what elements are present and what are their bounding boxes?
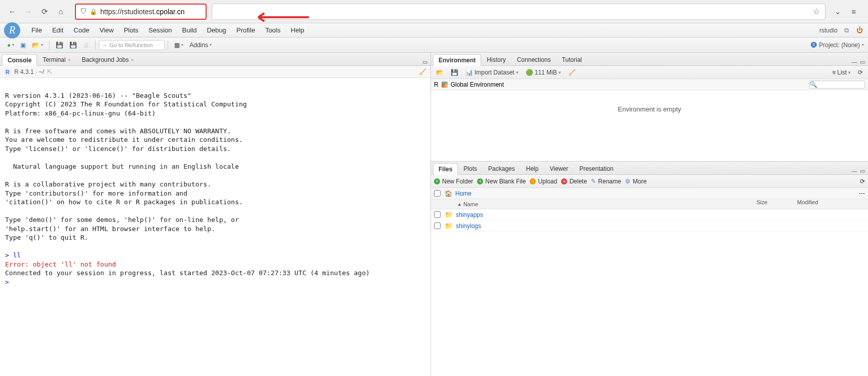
env-search-input[interactable]: 🔍 xyxy=(809,81,865,89)
tab-presentation[interactable]: Presentation xyxy=(574,163,619,174)
home-button[interactable]: ⌂ xyxy=(54,5,68,19)
menu-build[interactable]: Build xyxy=(177,26,202,34)
save-workspace-button[interactable]: 💾 xyxy=(449,68,460,77)
reload-button[interactable]: ⟳ xyxy=(37,5,52,19)
file-checkbox[interactable] xyxy=(434,222,441,229)
popout-console-icon[interactable]: ⇱ xyxy=(47,68,52,76)
more-button[interactable]: ⚙ More xyxy=(625,178,646,185)
delete-button[interactable]: × Delete xyxy=(561,178,587,185)
workspace-panes-button[interactable]: ▦ ▾ xyxy=(171,41,186,50)
minimize-pane-icon[interactable]: ▭ xyxy=(421,58,428,65)
tab-viewer[interactable]: Viewer xyxy=(544,163,573,174)
select-all-checkbox[interactable] xyxy=(434,190,441,197)
close-tab-icon[interactable]: × xyxy=(131,57,134,63)
maximize-files-icon[interactable]: ▭ xyxy=(859,167,866,174)
view-list-button[interactable]: ≡ List xyxy=(830,68,853,77)
files-header: ▲ Name Size Modified xyxy=(431,199,868,209)
save-all-button[interactable]: 💾 xyxy=(66,41,80,50)
menu-file[interactable]: File xyxy=(26,26,47,34)
env-toolbar: 📂 💾 📊 Import Dataset 🟢 111 MiB 🧹 ≡ List … xyxy=(431,66,868,79)
hamburger-menu-icon[interactable]: ≡ xyxy=(847,5,861,19)
power-icon[interactable]: ⏻ xyxy=(855,26,864,35)
load-workspace-button[interactable]: 📂 xyxy=(434,68,446,77)
tab-plots[interactable]: Plots xyxy=(458,163,483,174)
browser-chrome: ← → ⟳ ⌂ ⛉ 🔒 https://rstudiotest.cpolar.c… xyxy=(0,0,868,23)
folder-icon: 📁 xyxy=(445,222,453,230)
tab-connections[interactable]: Connections xyxy=(511,54,557,65)
minimize-files-icon[interactable]: — xyxy=(851,167,858,174)
back-button[interactable]: ← xyxy=(5,5,19,19)
refresh-files-icon[interactable]: ⟳ xyxy=(860,178,865,185)
home-link[interactable]: Home xyxy=(455,190,471,197)
pocket-icon[interactable]: ⌄ xyxy=(831,5,845,19)
menu-code[interactable]: Code xyxy=(68,26,94,34)
env-language-select[interactable]: R xyxy=(434,81,439,88)
env-scope-select[interactable]: Global Environment xyxy=(451,81,504,88)
col-size[interactable]: Size xyxy=(757,199,767,205)
col-name[interactable]: Name xyxy=(463,201,478,207)
rename-button[interactable]: ✎ Rename xyxy=(591,178,621,185)
menu-profile[interactable]: Profile xyxy=(231,26,260,34)
refresh-env-icon[interactable]: ⟳ xyxy=(856,68,865,77)
folder-icon: 📁 xyxy=(445,211,453,218)
files-list: 📁shinyapps📁shinylogs xyxy=(431,209,868,376)
new-file-button[interactable]: ●▾ xyxy=(4,41,17,50)
file-checkbox[interactable] xyxy=(434,211,441,218)
tab-console[interactable]: Console xyxy=(2,54,37,66)
console-body[interactable]: R version 4.3.1 (2023-06-16) -- "Beagle … xyxy=(0,78,430,376)
addins-button[interactable]: Addins ▾ xyxy=(186,41,215,50)
bookmark-star-icon[interactable]: ☆ xyxy=(813,7,820,16)
r-logo: R xyxy=(4,22,20,39)
tab-terminal[interactable]: Terminal× xyxy=(37,54,76,65)
tab-background-jobs[interactable]: Background Jobs× xyxy=(76,54,140,65)
tab-tutorial[interactable]: Tutorial xyxy=(556,54,587,65)
env-tab-bar: EnvironmentHistoryConnectionsTutorial — … xyxy=(431,53,868,66)
files-breadcrumb: 🏠 Home ⋯ xyxy=(431,188,868,199)
console-path-label: R 4.3.1 · ~/ xyxy=(14,68,44,76)
clear-objects-button[interactable]: 🧹 xyxy=(566,68,578,77)
url-bar[interactable]: ⛉ 🔒 https://rstudiotest.cpolar.cn xyxy=(75,4,207,20)
path-more-icon[interactable]: ⋯ xyxy=(859,190,865,197)
maximize-env-icon[interactable]: ▭ xyxy=(859,58,866,65)
open-file-button[interactable]: 📂▾ xyxy=(29,41,46,50)
console-tab-bar: ConsoleTerminal×Background Jobs× ▭ xyxy=(0,53,430,66)
goto-file-input[interactable]: Go to file/function xyxy=(99,40,165,50)
menu-edit[interactable]: Edit xyxy=(47,26,68,34)
save-button[interactable]: 💾 xyxy=(53,41,66,50)
project-label[interactable]: Project: (None) xyxy=(819,42,860,49)
home-icon[interactable]: 🏠 xyxy=(445,190,452,197)
files-toolbar: + New Folder + New Blank File ↑ Upload ×… xyxy=(431,175,868,188)
new-blank-file-button[interactable]: + New Blank File xyxy=(477,178,526,185)
tab-help[interactable]: Help xyxy=(521,163,544,174)
url-bar-extended[interactable]: ☆ xyxy=(212,4,825,20)
upload-button[interactable]: ↑ Upload xyxy=(530,178,557,185)
file-row[interactable]: 📁shinyapps xyxy=(431,209,868,220)
new-folder-button[interactable]: + New Folder xyxy=(434,178,473,185)
menu-session[interactable]: Session xyxy=(143,26,177,34)
url-text: https://rstudiotest.cpolar.cn xyxy=(100,8,185,16)
import-dataset-button[interactable]: 📊 Import Dataset xyxy=(463,68,521,77)
rstudio-menubar: R FileEditCodeViewPlotsSessionBuildDebug… xyxy=(0,23,868,37)
tab-packages[interactable]: Packages xyxy=(483,163,521,174)
menu-help[interactable]: Help xyxy=(286,26,309,34)
new-project-button[interactable]: ▣ xyxy=(17,41,29,50)
print-button[interactable]: 🖨 xyxy=(80,41,92,50)
close-tab-icon[interactable]: × xyxy=(68,57,71,63)
memory-usage-button[interactable]: 🟢 111 MiB xyxy=(524,68,563,77)
tab-environment[interactable]: Environment xyxy=(433,54,481,66)
col-modified[interactable]: Modified xyxy=(797,199,818,205)
env-empty-label: Environment is empty xyxy=(618,105,681,113)
menu-tools[interactable]: Tools xyxy=(260,26,286,34)
tab-history[interactable]: History xyxy=(481,54,511,65)
tab-files[interactable]: Files xyxy=(433,163,458,175)
clear-console-icon[interactable]: 🧹 xyxy=(419,68,426,76)
menu-view[interactable]: View xyxy=(94,26,119,34)
forward-button[interactable]: → xyxy=(21,5,35,19)
file-name[interactable]: shinyapps xyxy=(456,211,483,218)
minimize-env-icon[interactable]: — xyxy=(851,58,858,65)
menu-debug[interactable]: Debug xyxy=(202,26,231,34)
file-row[interactable]: 📁shinylogs xyxy=(431,220,868,232)
popout-icon[interactable]: ⧉ xyxy=(842,26,851,35)
file-name[interactable]: shinylogs xyxy=(456,222,481,230)
menu-plots[interactable]: Plots xyxy=(119,26,143,34)
